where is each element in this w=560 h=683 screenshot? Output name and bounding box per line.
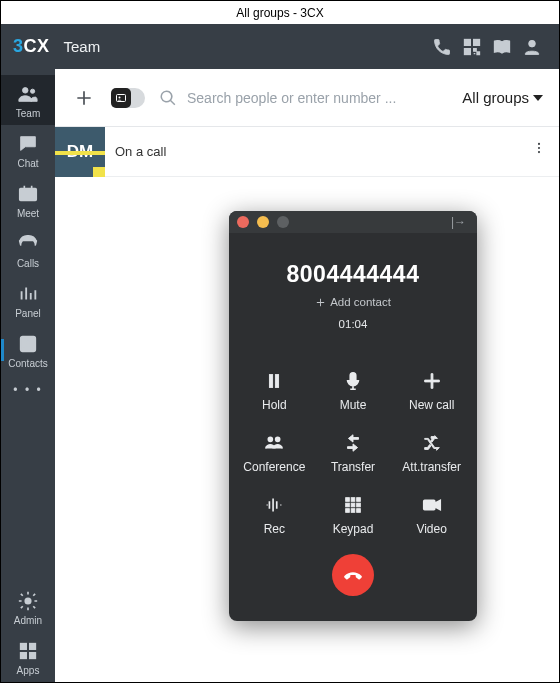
microphone-icon bbox=[342, 370, 364, 392]
svg-point-4 bbox=[23, 88, 29, 94]
video-label: Video bbox=[416, 522, 446, 536]
nav-admin-label: Admin bbox=[14, 615, 42, 626]
hangup-button[interactable] bbox=[332, 554, 374, 596]
nav-meet-label: Meet bbox=[17, 208, 39, 219]
svg-point-18 bbox=[538, 151, 540, 153]
svg-point-5 bbox=[30, 89, 34, 93]
nav-team[interactable]: Team bbox=[1, 75, 55, 125]
svg-rect-2 bbox=[465, 48, 471, 54]
nav-apps[interactable]: Apps bbox=[1, 632, 55, 682]
close-dot-icon[interactable] bbox=[237, 216, 249, 228]
newcall-button[interactable]: New call bbox=[392, 370, 471, 412]
toolbar: All groups bbox=[55, 69, 559, 127]
rec-button[interactable]: Rec bbox=[235, 494, 314, 536]
contact-card-icon bbox=[115, 92, 127, 104]
nav-apps-label: Apps bbox=[17, 665, 40, 676]
svg-rect-13 bbox=[30, 653, 36, 659]
newcall-label: New call bbox=[409, 398, 454, 412]
transfer-button[interactable]: Transfer bbox=[314, 432, 393, 474]
toggle-knob bbox=[111, 88, 131, 108]
call-titlebar: |→ bbox=[229, 211, 477, 233]
plus-icon bbox=[74, 88, 94, 108]
call-panel: |→ 8004444444 Add contact 01:04 Hold Mut… bbox=[229, 211, 477, 621]
svg-rect-0 bbox=[465, 39, 471, 45]
svg-rect-26 bbox=[357, 498, 361, 502]
add-contact-label: Add contact bbox=[330, 296, 391, 308]
keypad-button[interactable]: Keypad bbox=[314, 494, 393, 536]
add-contact-button[interactable]: Add contact bbox=[237, 296, 469, 308]
selection-highlight bbox=[55, 151, 105, 155]
guide-icon[interactable] bbox=[487, 37, 517, 57]
plus-icon bbox=[421, 370, 443, 392]
nav-calls[interactable]: Calls bbox=[1, 225, 55, 275]
add-button[interactable] bbox=[71, 85, 97, 111]
search-input[interactable] bbox=[187, 90, 448, 106]
nav-chat[interactable]: Chat bbox=[1, 125, 55, 175]
att-transfer-button[interactable]: Att.transfer bbox=[392, 432, 471, 474]
keypad-label: Keypad bbox=[333, 522, 374, 536]
call-number: 8004444444 bbox=[237, 261, 469, 288]
app-root: 3CX Team Team Chat M bbox=[0, 24, 560, 683]
mute-label: Mute bbox=[340, 398, 367, 412]
hold-label: Hold bbox=[262, 398, 287, 412]
conference-button[interactable]: Conference bbox=[235, 432, 314, 474]
svg-rect-6 bbox=[20, 189, 37, 201]
nav-panel-label: Panel bbox=[15, 308, 41, 319]
search-icon bbox=[159, 89, 177, 107]
svg-point-9 bbox=[25, 598, 31, 604]
header: 3CX Team bbox=[1, 24, 559, 69]
transfer-icon bbox=[342, 432, 364, 454]
groups-dropdown-label: All groups bbox=[462, 89, 529, 106]
profile-icon[interactable] bbox=[517, 37, 547, 57]
header-title: Team bbox=[64, 38, 101, 55]
nav-contacts[interactable]: Contacts bbox=[1, 325, 55, 375]
nav-contacts-label: Contacts bbox=[8, 358, 47, 369]
conference-label: Conference bbox=[243, 460, 305, 474]
video-icon bbox=[421, 494, 443, 516]
groups-dropdown[interactable]: All groups bbox=[462, 89, 543, 106]
plus-icon bbox=[315, 297, 326, 308]
nav-panel[interactable]: Panel bbox=[1, 275, 55, 325]
dialer-icon[interactable] bbox=[427, 37, 457, 57]
att-transfer-label: Att.transfer bbox=[402, 460, 461, 474]
call-actions-grid: Hold Mute New call Conference Transfer A… bbox=[229, 370, 477, 536]
status-text: On a call bbox=[115, 144, 166, 159]
presence-indicator bbox=[93, 167, 105, 177]
svg-rect-29 bbox=[357, 503, 361, 507]
roster-row[interactable]: DM On a call bbox=[55, 127, 559, 177]
kebab-icon bbox=[532, 141, 546, 155]
view-toggle[interactable] bbox=[111, 88, 145, 108]
chevron-down-icon bbox=[533, 95, 543, 101]
nav-team-label: Team bbox=[16, 108, 40, 119]
mute-button[interactable]: Mute bbox=[314, 370, 393, 412]
more-dots-icon: • • • bbox=[13, 383, 42, 397]
svg-point-17 bbox=[538, 147, 540, 149]
nav-admin[interactable]: Admin bbox=[1, 582, 55, 632]
phone-hangup-icon bbox=[342, 564, 364, 586]
logo-part-3: 3 bbox=[13, 36, 24, 56]
svg-rect-24 bbox=[346, 498, 350, 502]
qr-icon[interactable] bbox=[457, 37, 487, 57]
svg-point-23 bbox=[276, 437, 280, 441]
svg-point-3 bbox=[529, 40, 536, 47]
svg-rect-27 bbox=[346, 503, 350, 507]
svg-rect-28 bbox=[351, 503, 355, 507]
row-menu-button[interactable] bbox=[529, 141, 549, 159]
svg-point-22 bbox=[269, 437, 273, 441]
zoom-dot-icon[interactable] bbox=[277, 216, 289, 228]
minimize-dot-icon[interactable] bbox=[257, 216, 269, 228]
call-timer: 01:04 bbox=[237, 318, 469, 330]
left-nav: Team Chat Meet Calls Panel Contacts bbox=[1, 69, 55, 682]
video-button[interactable]: Video bbox=[392, 494, 471, 536]
nav-more[interactable]: • • • bbox=[1, 375, 55, 403]
svg-rect-25 bbox=[351, 498, 355, 502]
hold-button[interactable]: Hold bbox=[235, 370, 314, 412]
shuffle-icon bbox=[421, 432, 443, 454]
svg-rect-12 bbox=[21, 653, 27, 659]
popout-icon[interactable]: |→ bbox=[451, 215, 469, 229]
logo-part-cx: CX bbox=[24, 36, 50, 56]
svg-rect-1 bbox=[474, 39, 480, 45]
nav-meet[interactable]: Meet bbox=[1, 175, 55, 225]
keypad-icon bbox=[342, 494, 364, 516]
rec-label: Rec bbox=[264, 522, 285, 536]
